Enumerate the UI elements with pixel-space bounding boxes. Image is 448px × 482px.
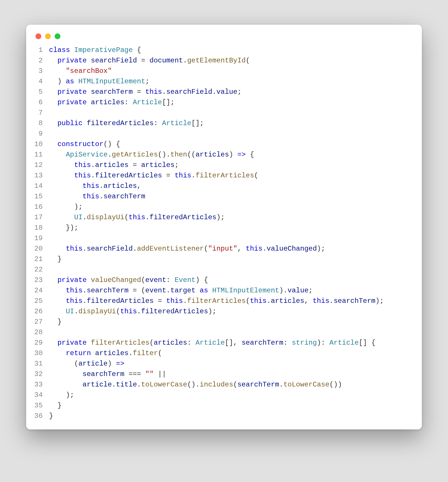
code-token: => bbox=[237, 151, 246, 159]
code-line: constructor() { bbox=[49, 139, 413, 150]
code-token: = bbox=[137, 57, 149, 64]
code-token: [], bbox=[225, 339, 242, 347]
line-number: 13 bbox=[34, 170, 43, 181]
code-line bbox=[49, 233, 413, 244]
code-token: searchTerm bbox=[91, 88, 133, 96]
code-token: ); bbox=[216, 213, 225, 221]
code-token: . bbox=[83, 245, 87, 253]
code-token: } bbox=[58, 402, 62, 409]
code-line: this.searchField.addEventListener("input… bbox=[49, 244, 413, 254]
code-token: valueChanged bbox=[91, 276, 141, 284]
code-token: . bbox=[128, 349, 132, 357]
line-number: 23 bbox=[34, 275, 43, 285]
line-number: 20 bbox=[34, 244, 43, 254]
code-token: . bbox=[83, 213, 87, 221]
code-token: ( bbox=[254, 172, 258, 179]
line-number: 26 bbox=[34, 306, 43, 317]
stage: 1234567891011121314151617181920212223242… bbox=[0, 0, 448, 482]
code-token: Event bbox=[175, 276, 196, 284]
code-token: () { bbox=[103, 140, 120, 148]
code-token: this bbox=[66, 245, 83, 253]
code-token: ; bbox=[145, 78, 149, 85]
code-token: this bbox=[166, 297, 183, 305]
code-token: HTMLInputElement bbox=[78, 78, 145, 85]
code-token: filteredArticles bbox=[87, 119, 153, 127]
code-token: ); bbox=[375, 297, 384, 305]
code-token: ()) bbox=[329, 381, 342, 389]
code-token: . bbox=[91, 161, 95, 169]
code-token: ): bbox=[317, 339, 329, 347]
line-number: 21 bbox=[34, 254, 43, 265]
code-line: ); bbox=[49, 202, 413, 212]
code-line: this.filteredArticles = this.filterArtic… bbox=[49, 170, 413, 181]
code-token: value bbox=[288, 287, 309, 294]
line-number: 31 bbox=[34, 359, 43, 369]
code-token: ( bbox=[141, 276, 145, 284]
code-line: } bbox=[49, 317, 413, 327]
code-token: ); bbox=[208, 307, 216, 315]
code-token: = bbox=[162, 172, 175, 179]
code-token: article bbox=[78, 360, 108, 368]
code-token: : bbox=[124, 98, 133, 106]
line-number: 32 bbox=[34, 369, 43, 380]
code-token: searchTerm bbox=[103, 193, 145, 200]
code-window: 1234567891011121314151617181920212223242… bbox=[26, 25, 422, 429]
code-line: searchTerm === "" || bbox=[49, 369, 413, 380]
code-token: filteredArticles bbox=[150, 213, 216, 221]
code-token: getArticles bbox=[112, 151, 158, 159]
code-token: []; bbox=[191, 119, 204, 127]
window-minimize-icon[interactable] bbox=[45, 33, 51, 39]
code-line: class ImperativePage { bbox=[49, 45, 413, 55]
code-token: this bbox=[83, 182, 99, 190]
line-number: 28 bbox=[34, 327, 43, 338]
code-token bbox=[87, 57, 91, 64]
code-token: Article bbox=[329, 339, 359, 347]
code-line: this.searchTerm bbox=[49, 191, 413, 202]
code-token: this bbox=[74, 172, 91, 179]
code-token: ImperativePage bbox=[74, 46, 133, 54]
code-token: searchField bbox=[166, 88, 212, 96]
window-zoom-icon[interactable] bbox=[55, 33, 60, 39]
code-token: this bbox=[120, 307, 137, 315]
code-token: toLowerCase bbox=[141, 381, 187, 389]
code-line: private filterArticles(articles: Article… bbox=[49, 338, 413, 348]
code-token: searchField bbox=[91, 57, 137, 64]
code-line: UI.displayUi(this.filteredArticles); bbox=[49, 212, 413, 223]
code-token: => bbox=[116, 360, 124, 368]
code-token: (( bbox=[187, 151, 196, 159]
code-token: } bbox=[49, 412, 53, 420]
code-line: UI.displayUi(this.filteredArticles); bbox=[49, 306, 413, 317]
code-token bbox=[91, 349, 95, 357]
code-token: this bbox=[175, 172, 191, 179]
code-token: displayUi bbox=[87, 213, 124, 221]
line-number: 25 bbox=[34, 296, 43, 306]
line-number: 9 bbox=[34, 129, 43, 139]
code-area: 1234567891011121314151617181920212223242… bbox=[34, 45, 413, 421]
code-token: this bbox=[66, 287, 83, 294]
code-token: searchTerm bbox=[237, 381, 279, 389]
code-line bbox=[49, 265, 413, 275]
code-token: ( bbox=[246, 57, 250, 64]
line-number: 18 bbox=[34, 223, 43, 233]
line-number: 6 bbox=[34, 97, 43, 108]
line-number: 19 bbox=[34, 233, 43, 244]
code-token bbox=[83, 119, 87, 127]
code-token: { bbox=[133, 46, 141, 54]
code-token: ) bbox=[107, 360, 116, 368]
code-token bbox=[70, 46, 74, 54]
code-token: addEventListener bbox=[137, 245, 204, 253]
code-token: ( bbox=[116, 307, 120, 315]
code-token: title bbox=[116, 381, 137, 389]
code-token: articles bbox=[141, 161, 175, 169]
code-line: this.articles, bbox=[49, 181, 413, 191]
code-token bbox=[74, 78, 78, 85]
window-close-icon[interactable] bbox=[35, 33, 41, 39]
code-token: }); bbox=[66, 224, 78, 232]
code-token: ( bbox=[124, 213, 128, 221]
code-token: valueChanged bbox=[267, 245, 317, 253]
code-token: filter bbox=[133, 349, 158, 357]
code-line: private valueChanged(event: Event) { bbox=[49, 275, 413, 285]
line-number: 11 bbox=[34, 150, 43, 160]
line-number: 15 bbox=[34, 191, 43, 202]
line-number: 24 bbox=[34, 285, 43, 296]
